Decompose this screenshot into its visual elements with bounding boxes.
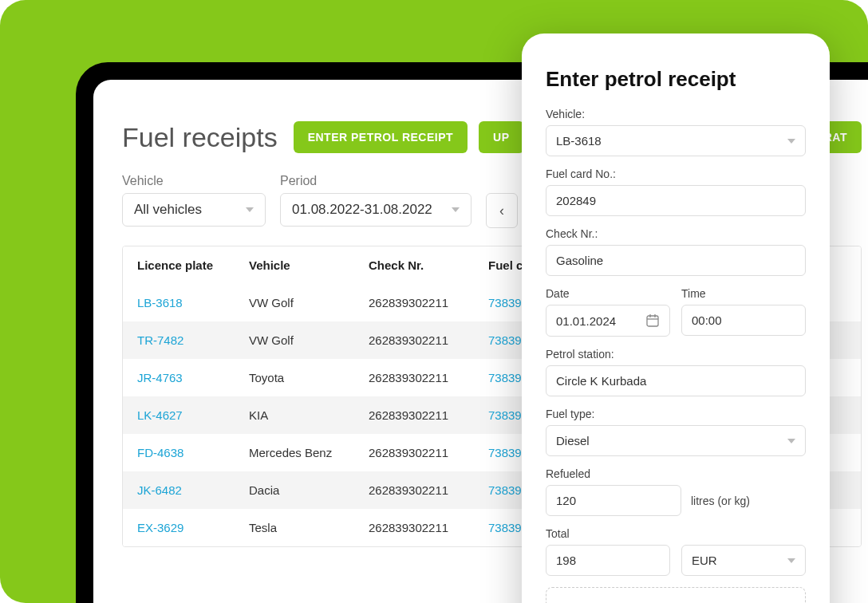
update-button[interactable]: UP xyxy=(479,121,523,153)
total-label: Total xyxy=(546,527,806,540)
period-filter: Period 01.08.2022-31.08.2022 xyxy=(280,174,471,228)
fueltype-select[interactable]: Diesel xyxy=(546,425,806,456)
currency-select[interactable]: EUR xyxy=(681,545,806,576)
file-upload-zone[interactable]: 📎 Choose file or drag and drop Allowed f… xyxy=(546,587,806,603)
date-label: Date xyxy=(546,287,670,300)
period-prev-button[interactable]: ‹ xyxy=(486,193,518,228)
check-label: Check Nr.: xyxy=(546,227,806,240)
check-nr-cell: 262839302211 xyxy=(369,408,488,422)
check-nr-cell: 262839302211 xyxy=(369,483,488,497)
station-input[interactable]: Circle K Kurbada xyxy=(546,365,806,396)
enter-petrol-receipt-button[interactable]: ENTER PETROL RECEIPT xyxy=(294,121,468,153)
col-vehicle: Vehicle xyxy=(249,258,369,272)
modal-title: Enter petrol receipt xyxy=(546,67,806,92)
licence-plate-link[interactable]: FD-4638 xyxy=(137,446,249,459)
check-nr-cell: 262839302211 xyxy=(369,446,488,459)
chevron-down-icon xyxy=(452,207,460,212)
licence-plate-link[interactable]: LB-3618 xyxy=(137,296,249,309)
date-input[interactable]: 01.01.2024 xyxy=(546,305,670,337)
vehicle-filter-select[interactable]: All vehicles xyxy=(122,193,266,227)
fueltype-label: Fuel type: xyxy=(546,408,806,420)
fuelcard-label: Fuel card No.: xyxy=(546,168,806,180)
total-input[interactable]: 198 xyxy=(546,545,670,576)
page-title: Fuel receipts xyxy=(122,122,278,153)
vehicle-select[interactable]: LB-3618 xyxy=(546,125,806,156)
col-licence-plate: Licence plate xyxy=(137,258,249,272)
period-filter-value: 01.08.2022-31.08.2022 xyxy=(292,202,432,218)
check-nr-cell: 262839302211 xyxy=(369,333,488,347)
refueled-input[interactable]: 120 xyxy=(546,485,681,516)
check-nr-cell: 262839302211 xyxy=(369,371,488,384)
licence-plate-link[interactable]: TR-7482 xyxy=(137,333,249,347)
refueled-label: Refueled xyxy=(546,467,806,480)
vehicle-filter-label: Vehicle xyxy=(122,174,266,188)
check-nr-cell: 262839302211 xyxy=(369,521,488,534)
time-input[interactable]: 00:00 xyxy=(681,305,806,336)
time-label: Time xyxy=(681,287,806,300)
col-check-nr: Check Nr. xyxy=(369,258,488,272)
vehicle-select-value: LB-3618 xyxy=(556,134,602,148)
chevron-down-icon xyxy=(787,558,795,563)
period-filter-label: Period xyxy=(280,174,471,188)
vehicle-cell: VW Golf xyxy=(249,296,369,309)
vehicle-cell: VW Golf xyxy=(249,333,369,347)
svg-rect-0 xyxy=(647,316,658,326)
licence-plate-link[interactable]: JK-6482 xyxy=(137,483,249,497)
fuelcard-input[interactable]: 202849 xyxy=(546,185,806,216)
licence-plate-link[interactable]: LK-4627 xyxy=(137,408,249,422)
licence-plate-link[interactable]: JR-4763 xyxy=(137,371,249,384)
vehicle-filter-value: All vehicles xyxy=(134,202,202,218)
check-input[interactable]: Gasoline xyxy=(546,245,806,276)
vehicle-cell: KIA xyxy=(249,408,369,422)
licence-plate-link[interactable]: EX-3629 xyxy=(137,521,249,534)
station-label: Petrol station: xyxy=(546,348,806,361)
vehicle-cell: Toyota xyxy=(249,371,369,384)
chevron-down-icon xyxy=(246,207,254,212)
vehicle-label: Vehicle: xyxy=(546,108,806,120)
vehicle-cell: Dacia xyxy=(249,483,369,497)
check-nr-cell: 262839302211 xyxy=(369,296,488,309)
vehicle-filter: Vehicle All vehicles xyxy=(122,174,266,228)
calendar-icon xyxy=(645,313,660,328)
refueled-unit: litres (or kg) xyxy=(691,495,750,507)
enter-receipt-modal: Enter petrol receipt Vehicle: LB-3618 Fu… xyxy=(522,34,830,603)
chevron-down-icon xyxy=(787,439,795,443)
chevron-left-icon: ‹ xyxy=(499,203,504,219)
vehicle-cell: Mercedes Benz xyxy=(249,446,369,459)
period-filter-select[interactable]: 01.08.2022-31.08.2022 xyxy=(280,193,471,227)
vehicle-cell: Tesla xyxy=(249,521,369,534)
chevron-down-icon xyxy=(787,139,795,144)
